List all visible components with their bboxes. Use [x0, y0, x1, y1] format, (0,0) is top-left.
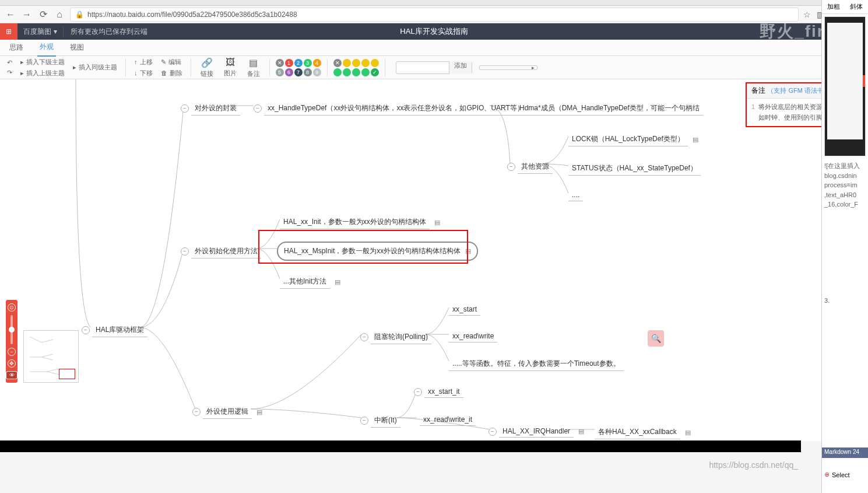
toggle-icon[interactable]: − — [254, 104, 262, 113]
bold-tab[interactable]: 加粗 — [822, 0, 845, 13]
priority-dot[interactable] — [333, 68, 342, 76]
priority-selector[interactable]: ✕1234 56789 — [276, 59, 321, 76]
note-icon[interactable]: ▤ — [335, 278, 340, 286]
delete-button[interactable]: 🗑删除 — [159, 68, 185, 78]
undo-button[interactable]: ↶ — [5, 58, 15, 67]
node-xx-start[interactable]: xx_start — [449, 303, 480, 316]
toggle-icon[interactable]: − — [82, 326, 90, 334]
minimap[interactable] — [23, 330, 79, 383]
priority-dot[interactable] — [361, 59, 370, 67]
node-handletypedef[interactable]: − xx_HandleTypeDef（xx外设句柄结构体，xx表示任意外设名，如… — [254, 102, 528, 116]
toggle-icon[interactable]: − — [489, 428, 497, 436]
note-icon[interactable]: ▤ — [578, 428, 584, 435]
zoom-out-button[interactable]: − — [8, 348, 16, 356]
tab-idea[interactable]: 思路 — [7, 39, 26, 56]
node-other-init[interactable]: ...其他Init方法 ▤ — [280, 275, 340, 289]
priority-dot[interactable] — [371, 59, 379, 67]
priority-dot[interactable]: 4 — [313, 59, 321, 67]
priority-dot[interactable]: 3 — [304, 59, 312, 67]
tab-appearance[interactable]: 外观 — [37, 39, 56, 57]
node-timeout[interactable]: .....等等函数。特征，传入参数需要一个Timeout参数。 — [449, 357, 624, 371]
toggle-icon[interactable]: − — [181, 104, 189, 113]
node-etc1[interactable]: .... — [568, 189, 583, 201]
note-icon[interactable]: ▤ — [256, 408, 262, 416]
app-logo-icon[interactable]: ⊞ — [0, 23, 17, 40]
priority-dot[interactable] — [343, 59, 351, 67]
node-polling[interactable]: − 阻塞轮询(Polling) — [360, 330, 431, 344]
priority-dot[interactable] — [343, 68, 351, 76]
progress-selector[interactable]: ✕ ✓ — [333, 59, 379, 76]
note-button[interactable]: ▤备注 — [244, 56, 263, 79]
priority-dot[interactable]: ✕ — [333, 59, 342, 67]
select-row[interactable]: ⊕ Select — [824, 471, 866, 478]
tab-view[interactable]: 视图 — [68, 39, 86, 56]
document-title[interactable]: HAL库开发实战指南 — [400, 26, 468, 37]
resource-input[interactable] — [396, 64, 449, 71]
home-button[interactable]: ⌂ — [54, 9, 65, 20]
priority-dot[interactable]: 7 — [294, 68, 303, 76]
priority-dot[interactable]: ✓ — [371, 68, 379, 76]
toggle-icon[interactable]: − — [360, 417, 368, 425]
priority-dot[interactable]: 1 — [285, 59, 293, 67]
priority-dot[interactable] — [352, 68, 360, 76]
toggle-icon[interactable]: − — [192, 408, 201, 416]
node-usage-logic[interactable]: − 外设使用逻辑 ▤ — [192, 405, 262, 419]
node-lock[interactable]: LOCK锁（HAL_LockTypeDef类型） ▤ — [568, 132, 698, 146]
note-icon[interactable]: ▤ — [434, 219, 440, 226]
node-status[interactable]: STATUS状态（HAL_xx_StateTypeDef） — [568, 162, 701, 176]
node-init-method[interactable]: − 外设初始化使用方法 — [181, 244, 261, 258]
url-bar[interactable]: 🔒 https://naotu.baidu.com/file/0990d5a22… — [70, 8, 799, 22]
toggle-icon[interactable]: − — [360, 333, 368, 341]
node-hdma[interactable]: Hdma*成员（DMA_HandleTypeDef类型，可能一个句柄结 — [516, 102, 703, 116]
locate-button[interactable]: ⊙ — [8, 303, 16, 312]
node-start-it[interactable]: − xx_start_it — [414, 386, 463, 398]
search-overlay-icon[interactable]: 🔍 — [648, 330, 664, 347]
priority-dot[interactable]: ✕ — [276, 59, 284, 67]
minimap-viewport[interactable] — [59, 369, 75, 379]
redo-button[interactable]: ↷ — [5, 68, 15, 77]
add-resource-button[interactable]: 添加 — [449, 61, 472, 74]
move-down-button[interactable]: ↓下移 — [132, 68, 155, 78]
node-xx-rw[interactable]: xx_read\write — [449, 330, 497, 342]
edit-button[interactable]: ✎编辑 — [159, 57, 185, 67]
insert-sub-button[interactable]: ▸插入下级主题 — [18, 57, 67, 67]
node-callback[interactable]: 各种HAL_XX_xxCallback ▤ — [595, 425, 691, 439]
node-rw-it[interactable]: xx_read\write_it — [420, 414, 476, 426]
brand-menu[interactable]: 百度脑图 ▾ — [17, 27, 63, 37]
priority-dot[interactable]: 9 — [313, 68, 321, 76]
node-hal-mspinit[interactable]: HAL_xx_MspInit，参数一般为xx外设的句柄结构体结构体 ▤ — [277, 242, 478, 261]
toggle-icon[interactable]: − — [181, 247, 189, 256]
reload-button[interactable]: ⟳ — [37, 9, 49, 20]
forward-button[interactable]: → — [21, 9, 33, 20]
editor-text[interactable]: ![在这里插入 blog.csdnin process=im ,text_aHR… — [822, 159, 868, 308]
priority-dot[interactable] — [361, 68, 370, 76]
node-wrapper[interactable]: − 对外设的封装 — [181, 102, 240, 116]
note-icon[interactable]: ▤ — [465, 247, 471, 254]
priority-dot[interactable]: 6 — [285, 68, 293, 76]
priority-dot[interactable]: 8 — [304, 68, 312, 76]
node-root[interactable]: − HAL库驱动框架 — [82, 323, 147, 337]
image-button[interactable]: 🖼图片 — [220, 56, 240, 79]
node-irqhandler[interactable]: − HAL_XX_IRQHandler ▤ — [489, 425, 584, 438]
note-icon[interactable]: ▤ — [685, 429, 691, 436]
node-other-resource[interactable]: − 其他资源 — [507, 160, 553, 174]
node-interrupt[interactable]: − 中断(It) — [360, 414, 400, 428]
priority-dot[interactable]: 5 — [276, 68, 284, 76]
back-button[interactable]: ← — [5, 9, 16, 20]
font-slider[interactable] — [479, 65, 537, 70]
eye-button[interactable]: 👁 — [6, 371, 17, 379]
priority-dot[interactable]: 2 — [294, 59, 303, 67]
link-button[interactable]: 🔗链接 — [197, 56, 217, 79]
toggle-icon[interactable]: − — [414, 388, 422, 396]
mindmap-canvas[interactable]: − HAL库驱动框架 − 对外设的封装 − xx_HandleTypeDef（x… — [0, 79, 868, 441]
preview-thumbnail[interactable] — [824, 16, 866, 156]
star-icon[interactable]: ☆ — [803, 10, 811, 19]
zoom-slider[interactable] — [10, 315, 13, 344]
move-button[interactable]: ✥ — [8, 359, 16, 368]
move-up-button[interactable]: ↑上移 — [132, 57, 155, 67]
priority-dot[interactable] — [352, 59, 360, 67]
insert-same-button[interactable]: ▸插入同级主题 — [71, 62, 120, 72]
italic-tab[interactable]: 斜体 — [845, 0, 869, 13]
insert-sibling-button[interactable]: ▸插入上级主题 — [18, 68, 67, 78]
toggle-icon[interactable]: − — [507, 163, 515, 171]
